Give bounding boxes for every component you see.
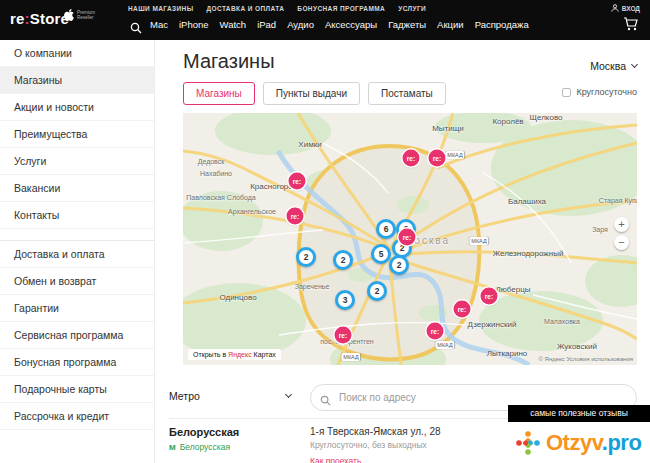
premium-reseller-label: Premium Reseller (77, 10, 105, 21)
nav-item[interactable]: Распродажа (475, 19, 529, 30)
top-link[interactable]: БОНУСНАЯ ПРОГРАММА (297, 5, 385, 12)
tab-stores[interactable]: Магазины (183, 82, 255, 105)
sidebar-item[interactable]: Обмен и возврат (0, 268, 154, 295)
map-city-label: Люберцы (496, 285, 531, 294)
search-icon[interactable] (130, 20, 142, 38)
restore-logo[interactable]: re:Store (10, 10, 69, 27)
watermark-brand: Otzyv (546, 430, 602, 455)
round-the-clock-filter: Круглосуточно (562, 87, 637, 97)
map-city-label: Щелково (530, 113, 563, 122)
cluster-marker[interactable]: 2 (333, 250, 353, 270)
sidebar-item[interactable]: Преимущества (0, 121, 154, 148)
map-city-label: Дедовск (198, 158, 225, 165)
city-label: Москва (590, 60, 626, 72)
nav-item[interactable]: iPhone (179, 19, 209, 30)
map-city-label: Малаховка (544, 318, 580, 325)
tab-parcel-lockers[interactable]: Постаматы (368, 82, 446, 105)
map-city-label: Зареченье (295, 283, 330, 290)
store-address: 1-я Тверская-Ямская ул., 28 (310, 426, 441, 437)
store-pin[interactable]: re: (429, 150, 446, 167)
cluster-marker[interactable]: 3 (335, 290, 355, 310)
open-in-yandex-maps-link[interactable]: Открыть в Яндекс Картах (188, 349, 281, 360)
map-city-label: Химки (298, 140, 321, 149)
tab-pickup-points[interactable]: Пункты выдачи (263, 82, 360, 105)
map-city-label: Одинцово (219, 293, 256, 302)
map-city-label: Мытищи (432, 124, 464, 133)
map-city-label: Заря (592, 226, 608, 233)
map-city-label: Старая Купавна (599, 197, 637, 204)
metro-dropdown-label: Метро (169, 390, 200, 402)
map[interactable]: ХимкиМытищиКоролёвЩелковоКрасногорскДедо… (183, 113, 637, 365)
mkad-badge: МКАД (341, 353, 360, 361)
zoom-out-button[interactable]: − (614, 235, 629, 250)
store-pin[interactable]: re: (287, 208, 304, 225)
top-link[interactable]: НАШИ МАГАЗИНЫ (128, 5, 193, 12)
metro-station: Белорусская (180, 442, 230, 452)
nav-item[interactable]: Гаджеты (388, 19, 426, 30)
sidebar-item[interactable]: Акции и новости (0, 94, 154, 121)
sidebar-item[interactable]: Контакты (0, 202, 154, 229)
open-link-suffix: Картах (252, 351, 276, 358)
main-content: Магазины Москва МагазиныПункты выдачиПос… (155, 40, 650, 463)
sidebar-item[interactable]: Бонусная программа (0, 349, 154, 376)
cluster-marker[interactable]: 6 (376, 219, 396, 239)
mkad-badge: МКАД (435, 341, 454, 349)
nav-item[interactable]: Аудио (287, 19, 314, 30)
map-city-label: Павловская Слобода (186, 194, 255, 201)
metro-icon: М (169, 443, 176, 452)
store-pin[interactable]: re: (289, 173, 306, 190)
store-pin[interactable]: re: (399, 229, 416, 246)
nav-item[interactable]: Mac (150, 19, 168, 30)
search-icon (320, 392, 331, 410)
nav-item[interactable]: iPad (257, 19, 276, 30)
nav-item[interactable]: Аксессуары (325, 19, 377, 30)
sidebar-item[interactable]: Рассрочка и кредит (0, 403, 154, 430)
open-link-prefix: Открыть в (193, 351, 228, 358)
cluster-marker[interactable]: 2 (389, 255, 409, 275)
sidebar-item[interactable]: Услуги (0, 148, 154, 175)
sidebar-item[interactable]: Подарочные карты (0, 376, 154, 403)
sidebar-group-2: Доставка и оплатаОбмен и возвратГарантии… (0, 240, 154, 430)
sidebar-item[interactable]: Магазины (0, 67, 154, 94)
store-pin[interactable]: re: (481, 288, 498, 305)
store-pin[interactable]: re: (427, 323, 444, 340)
store-pin[interactable]: re: (454, 301, 471, 318)
header: re:Store Premium Reseller НАШИ МАГАЗИНЫД… (0, 0, 650, 40)
sidebar-item[interactable]: Гарантии (0, 295, 154, 322)
map-city-label: Железнодорожный (493, 249, 564, 258)
sidebar-item[interactable]: Вакансии (0, 175, 154, 202)
map-city-label: Лыткарино (487, 349, 528, 358)
cart-icon[interactable] (623, 17, 638, 35)
cluster-marker[interactable]: 5 (371, 244, 391, 264)
login-label: ВХОД (622, 5, 640, 12)
mkad-badge: МКАД (445, 151, 464, 159)
route-link[interactable]: Как проехать (310, 456, 361, 463)
tabs: МагазиныПункты выдачиПостаматы (183, 82, 446, 105)
chevron-down-icon (631, 61, 638, 68)
store-hours: Круглосуточно, без выходных (310, 440, 441, 450)
top-links: НАШИ МАГАЗИНЫДОСТАВКА И ОПЛАТАБОНУСНАЯ П… (128, 5, 426, 12)
map-city-label: Королёв (492, 117, 523, 126)
round-the-clock-checkbox[interactable] (562, 88, 571, 97)
store-pin[interactable]: re: (335, 327, 352, 344)
top-link[interactable]: ДОСТАВКА И ОПЛАТА (206, 5, 284, 12)
sidebar-item[interactable]: Доставка и оплата (0, 241, 154, 268)
store-pin[interactable]: re: (403, 150, 420, 167)
map-city-label: Нахабино (200, 170, 232, 177)
city-selector[interactable]: Москва (590, 60, 637, 72)
metro-dropdown[interactable]: Метро (169, 390, 291, 402)
cluster-marker[interactable]: 2 (296, 247, 316, 267)
open-link-brand: Яндекс (228, 351, 252, 358)
map-city-label: Балашиха (508, 197, 546, 206)
cluster-marker[interactable]: 2 (367, 281, 387, 301)
sidebar-item[interactable]: О компании (0, 40, 154, 67)
sidebar-item[interactable]: Сервисная программа (0, 322, 154, 349)
zoom-in-button[interactable]: + (614, 217, 629, 232)
nav-item[interactable]: Акции (437, 19, 464, 30)
round-the-clock-label: Круглосуточно (576, 87, 637, 97)
otzyv-logo[interactable]: Otzyv.pro (508, 422, 650, 463)
mkad-badge: МКАД (469, 237, 488, 245)
login-link[interactable]: ВХОД (611, 4, 640, 12)
nav-item[interactable]: Watch (220, 19, 247, 30)
top-link[interactable]: УСЛУГИ (398, 5, 426, 12)
